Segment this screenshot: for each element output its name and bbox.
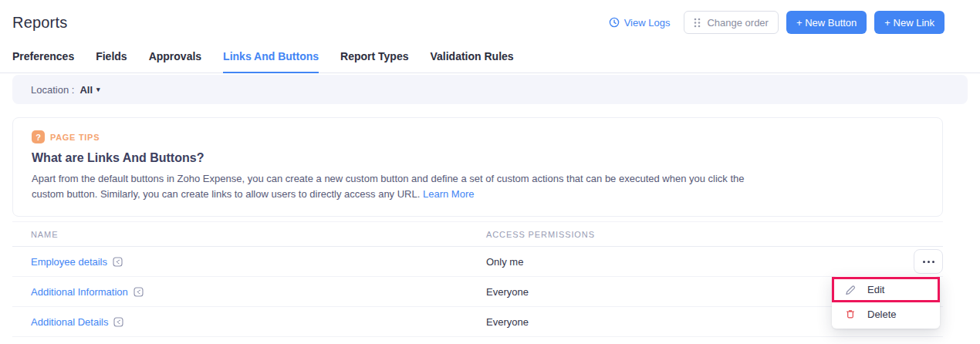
tab-fields[interactable]: Fields <box>96 46 127 73</box>
location-filter-bar: Location : All ▾ <box>12 75 968 104</box>
page-tips-body-line2-wrap: custom button. Similarly, you can create… <box>32 187 924 202</box>
row-actions-button[interactable] <box>914 249 943 274</box>
table-row: Employee details Only me <box>12 247 943 277</box>
tab-links-and-buttons[interactable]: Links And Buttons <box>223 46 319 73</box>
location-dropdown[interactable]: All ▾ <box>79 84 100 96</box>
page-tips-body: Apart from the default buttons in Zoho E… <box>32 171 924 202</box>
drag-handle-icon <box>694 18 701 28</box>
row-permission: Only me <box>486 256 943 268</box>
row-name-text: Additional Details <box>31 316 108 328</box>
learn-more-link[interactable]: Learn More <box>423 188 474 200</box>
tab-preferences[interactable]: Preferences <box>12 46 74 73</box>
tab-bar: Preferences Fields Approvals Links And B… <box>0 46 980 73</box>
table-row: Additional Information Everyone <box>12 277 943 307</box>
table-row: Additional Details Everyone <box>12 307 943 337</box>
main-content: ? PAGE TIPS What are Links And Buttons? … <box>12 117 943 337</box>
clock-icon <box>609 17 620 28</box>
ellipsis-icon <box>923 261 925 263</box>
menu-item-delete[interactable]: Delete <box>832 302 940 325</box>
links-buttons-table: NAME ACCESS PERMISSIONS Employee details… <box>12 221 943 337</box>
page-title: Reports <box>12 14 67 32</box>
link-indicator-icon <box>133 287 144 297</box>
question-mark-icon: ? <box>32 130 45 143</box>
menu-item-edit[interactable]: Edit <box>832 277 940 302</box>
row-name-link[interactable]: Additional Information <box>31 286 486 298</box>
column-header-access-permissions: ACCESS PERMISSIONS <box>486 230 943 239</box>
view-logs-label: View Logs <box>624 17 671 29</box>
row-name-link[interactable]: Additional Details <box>31 316 486 328</box>
trash-icon <box>845 309 856 319</box>
menu-item-delete-label: Delete <box>867 309 897 320</box>
tab-validation-rules[interactable]: Validation Rules <box>430 46 513 73</box>
column-header-name: NAME <box>31 230 486 239</box>
page-tips-label: PAGE TIPS <box>50 133 100 142</box>
page-tips-badge-row: ? PAGE TIPS <box>32 130 924 143</box>
row-context-menu: Edit Delete <box>832 276 940 329</box>
new-button-button[interactable]: + New Button <box>786 11 867 34</box>
tab-approvals[interactable]: Approvals <box>149 46 201 73</box>
page-tips-body-line1: Apart from the default buttons in Zoho E… <box>32 171 924 187</box>
menu-item-edit-label: Edit <box>867 284 884 295</box>
new-link-button[interactable]: + New Link <box>874 11 945 34</box>
page-tips-body-line2: custom button. Similarly, you can create… <box>32 188 420 200</box>
location-selected-value: All <box>79 84 93 96</box>
view-logs-link[interactable]: View Logs <box>609 17 671 29</box>
row-name-link[interactable]: Employee details <box>31 256 486 268</box>
table-header-row: NAME ACCESS PERMISSIONS <box>12 221 943 247</box>
page-tips-card: ? PAGE TIPS What are Links And Buttons? … <box>12 117 943 217</box>
chevron-down-icon: ▾ <box>96 86 100 93</box>
top-bar: Reports View Logs Change order + New But… <box>0 0 980 34</box>
row-name-text: Additional Information <box>31 286 128 298</box>
tab-report-types[interactable]: Report Types <box>340 46 408 73</box>
pencil-icon <box>845 285 856 295</box>
link-indicator-icon <box>113 257 123 267</box>
page-tips-heading: What are Links And Buttons? <box>32 151 924 165</box>
header-actions: View Logs Change order + New Button + Ne… <box>609 11 945 34</box>
change-order-label: Change order <box>707 17 769 29</box>
link-indicator-icon <box>113 317 123 327</box>
change-order-button[interactable]: Change order <box>684 11 779 34</box>
location-label: Location : <box>31 84 74 96</box>
row-name-text: Employee details <box>31 256 107 268</box>
